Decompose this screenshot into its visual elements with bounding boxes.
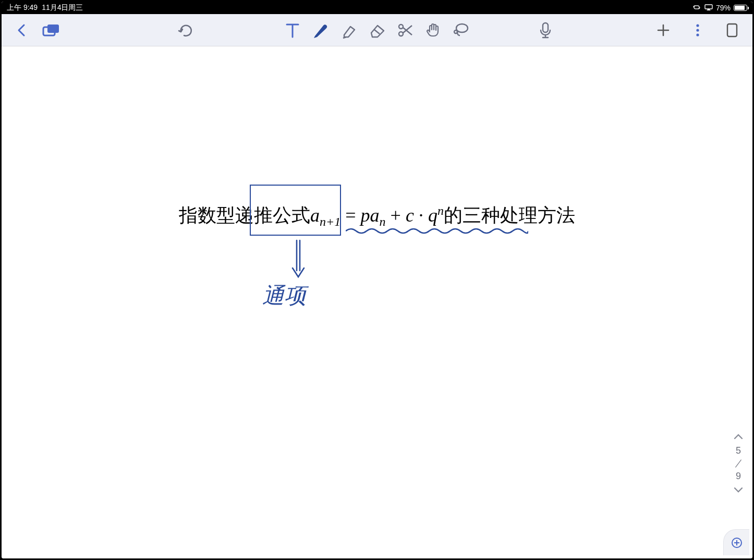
math-dot: · <box>414 205 428 226</box>
highlighter-tool-button[interactable] <box>339 20 359 40</box>
status-date: 11月4日周三 <box>42 3 83 13</box>
page-current: 5 <box>736 445 741 456</box>
svg-rect-6 <box>543 23 548 32</box>
math-a2: a <box>370 205 380 226</box>
wavy-underline-icon <box>346 227 528 235</box>
math-plus: + <box>386 205 406 226</box>
undo-button[interactable] <box>175 20 194 40</box>
svg-point-5 <box>456 24 468 32</box>
svg-point-8 <box>696 29 699 31</box>
status-time: 上午 9:49 <box>7 3 38 13</box>
scissors-tool-button[interactable] <box>395 20 415 40</box>
svg-rect-2 <box>47 25 59 33</box>
svg-rect-0 <box>705 5 712 9</box>
page-down-button[interactable] <box>734 485 743 496</box>
tabs-button[interactable] <box>41 20 61 40</box>
link-icon <box>692 4 701 12</box>
eraser-tool-button[interactable] <box>367 20 387 40</box>
math-p: p <box>361 205 370 226</box>
page-up-button[interactable] <box>734 431 743 442</box>
math-eq: = <box>340 205 360 226</box>
math-a1: a <box>310 205 320 226</box>
arrow-down-icon <box>288 239 309 281</box>
app-toolbar <box>2 14 752 46</box>
handwritten-note: 通项 <box>262 281 306 310</box>
battery-percent: 79% <box>716 4 731 12</box>
svg-rect-10 <box>727 24 737 36</box>
airplay-icon <box>704 4 713 12</box>
hand-tool-button[interactable] <box>423 20 443 40</box>
svg-point-9 <box>696 33 699 36</box>
text-tool-button[interactable] <box>283 20 302 40</box>
math-sub1: n+1 <box>320 215 340 228</box>
svg-point-4 <box>399 32 403 36</box>
add-page-button[interactable] <box>723 529 749 555</box>
add-button[interactable] <box>653 20 673 40</box>
text-prefix: 指数型 <box>179 205 235 226</box>
text-suffix: 的三种处理方法 <box>444 205 575 226</box>
more-button[interactable] <box>688 20 708 40</box>
svg-point-7 <box>696 24 699 27</box>
text-boxed: 递推公式 <box>235 205 310 226</box>
mic-button[interactable] <box>536 20 555 40</box>
page-navigator: 5 ╱ 9 <box>734 431 743 496</box>
math-q: q <box>428 205 437 226</box>
battery-icon <box>734 5 747 11</box>
math-supn: n <box>437 204 444 217</box>
back-button[interactable] <box>12 20 32 40</box>
math-c: c <box>406 205 414 226</box>
lasso-tool-button[interactable] <box>452 20 471 40</box>
note-canvas[interactable]: 指数型递推公式an+1 = pan + c · qn的三种处理方法 通项 <box>2 46 752 558</box>
formula-title: 指数型递推公式an+1 = pan + c · qn的三种处理方法 通项 <box>179 203 575 229</box>
page-separator: ╱ <box>736 459 741 468</box>
pen-tool-button[interactable] <box>311 20 331 40</box>
page-total: 9 <box>736 471 741 482</box>
page-view-button[interactable] <box>722 20 742 40</box>
svg-point-3 <box>399 25 403 29</box>
status-bar: 上午 9:49 11月4日周三 79% <box>2 2 752 14</box>
